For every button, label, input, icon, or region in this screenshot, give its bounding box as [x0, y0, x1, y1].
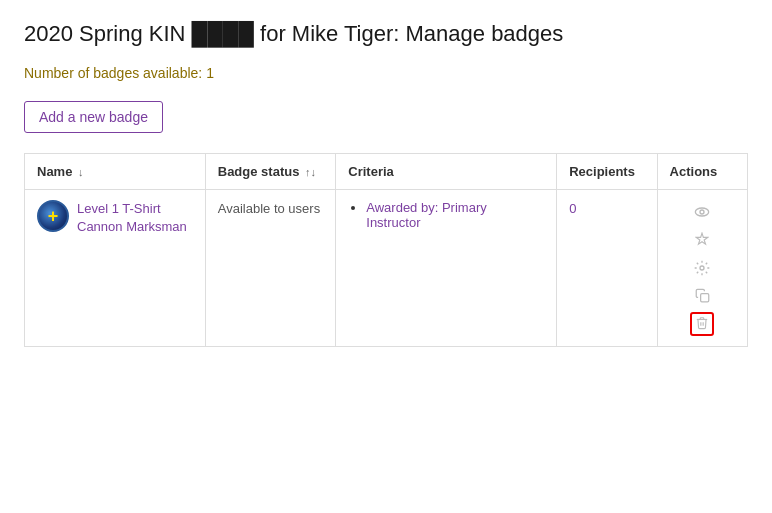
col-header-criteria: Criteria [336, 153, 557, 189]
delete-badge-icon[interactable] [690, 312, 714, 336]
status-sort-arrow[interactable]: ↑↓ [305, 166, 316, 178]
badges-table: Name ↓ Badge status ↑↓ Criteria Recipien… [24, 153, 748, 347]
svg-rect-3 [700, 294, 708, 302]
svg-point-2 [700, 266, 704, 270]
badge-name-link[interactable]: Level 1 T-Shirt Cannon Marksman [77, 200, 187, 236]
criteria-item: Awarded by: Primary Instructor [366, 200, 544, 230]
badge-icon [37, 200, 69, 232]
badge-recipients-cell: 0 [557, 189, 657, 346]
table-row: Level 1 T-Shirt Cannon Marksman Availabl… [25, 189, 748, 346]
svg-point-1 [700, 210, 704, 214]
col-header-recipients: Recipients [557, 153, 657, 189]
add-badge-button[interactable]: Add a new badge [24, 101, 163, 133]
award-badge-icon[interactable] [690, 228, 714, 252]
edit-badge-icon[interactable] [690, 256, 714, 280]
view-badge-icon[interactable] [690, 200, 714, 224]
col-header-actions: Actions [657, 153, 747, 189]
badge-actions-cell [657, 189, 747, 346]
copy-badge-icon[interactable] [690, 284, 714, 308]
svg-point-0 [696, 208, 709, 216]
name-sort-arrow[interactable]: ↓ [78, 166, 84, 178]
recipients-link[interactable]: 0 [569, 201, 576, 216]
badge-status-cell: Available to users [205, 189, 336, 346]
badge-criteria-cell: Awarded by: Primary Instructor [336, 189, 557, 346]
badge-name-cell: Level 1 T-Shirt Cannon Marksman [25, 189, 206, 346]
page-title: 2020 Spring KIN ████ for Mike Tiger: Man… [24, 20, 748, 49]
col-header-name: Name ↓ [25, 153, 206, 189]
col-header-status: Badge status ↑↓ [205, 153, 336, 189]
badge-count: Number of badges available: 1 [24, 65, 748, 81]
